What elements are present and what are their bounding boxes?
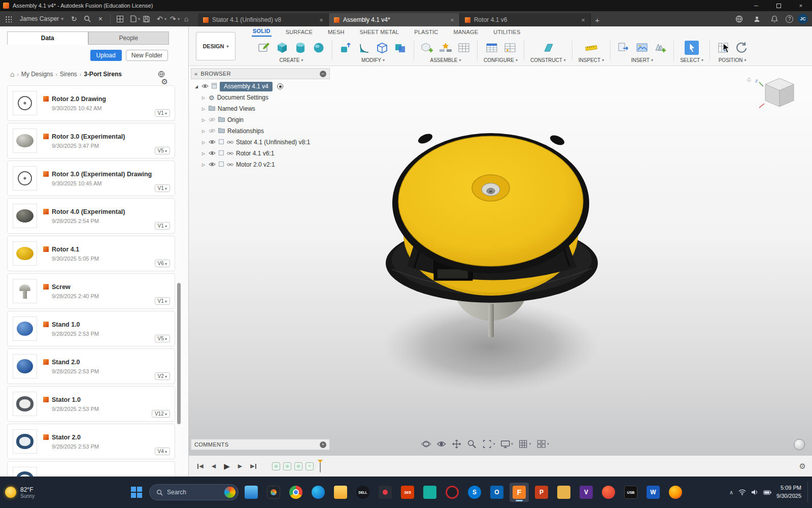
shell-icon[interactable] — [375, 41, 389, 55]
taskbar-app-word[interactable]: W — [644, 483, 663, 502]
volume-icon[interactable] — [751, 489, 758, 495]
profile-icon[interactable] — [750, 13, 763, 25]
version-badge[interactable]: V5 — [155, 147, 170, 154]
construct-plane-icon[interactable] — [541, 41, 555, 55]
joint-icon[interactable] — [438, 41, 453, 55]
select-tool-icon[interactable] — [685, 41, 699, 55]
modify-menu[interactable]: MODIFY — [361, 57, 385, 63]
sidebar-scrollbar[interactable] — [177, 283, 181, 424]
taskbar-app-folder[interactable] — [331, 483, 350, 502]
insert-menu[interactable]: INSERT — [631, 57, 653, 63]
visibility-eye-off-icon[interactable] — [209, 116, 216, 123]
notifications-bell-icon[interactable] — [768, 13, 781, 25]
assistant-button[interactable] — [794, 439, 805, 450]
expander-icon[interactable]: ▷ — [201, 96, 206, 100]
tab-utilities[interactable]: UTILITIES — [492, 28, 521, 37]
tab-sheet-metal[interactable]: SHEET METAL — [359, 28, 400, 37]
save-icon[interactable] — [140, 13, 153, 25]
create-sketch-icon[interactable] — [257, 41, 271, 55]
measure-icon[interactable] — [584, 41, 598, 55]
tab-surface[interactable]: SURFACE — [285, 28, 314, 37]
file-card-stator-10[interactable]: Stator 1.0 9/28/2025 2:53 PM V12 — [7, 386, 175, 422]
tree-row-named-views[interactable]: ▷ Named Views — [191, 103, 330, 114]
tab-close-icon[interactable]: × — [450, 16, 454, 24]
configuration-table-icon[interactable] — [503, 41, 517, 55]
start-button[interactable] — [127, 483, 146, 502]
taskbar-app-teal[interactable] — [420, 483, 439, 502]
help-icon[interactable]: ? — [786, 15, 793, 23]
viewport[interactable]: « BROWSER – ◢ Assembly 4.1 v4 — [189, 66, 812, 455]
timeline-play-button[interactable]: ▶ — [221, 461, 232, 472]
breadcrumb-my-designs[interactable]: My Designs — [21, 71, 53, 78]
user-avatar[interactable]: JC — [798, 14, 808, 24]
taskbar-app-files[interactable] — [554, 483, 573, 502]
construct-menu[interactable]: CONSTRUCT — [530, 57, 566, 63]
expander-icon[interactable]: ▷ — [201, 140, 206, 145]
file-card-rotor-30-drawing[interactable]: Rotor 3.0 (Experimental) Drawing 9/30/20… — [7, 161, 175, 196]
visibility-eye-icon[interactable] — [201, 83, 209, 90]
tab-mesh[interactable]: MESH — [327, 28, 346, 37]
version-badge[interactable]: V2 — [155, 372, 170, 380]
taskbar-app-firefox[interactable] — [666, 483, 685, 502]
minimize-button[interactable]: ─ — [745, 0, 767, 11]
hidden-icons-chevron[interactable]: ∧ — [729, 489, 733, 496]
timeline-feature-icon[interactable]: ⌗ — [306, 462, 314, 470]
tree-row-rotor-component[interactable]: ▷ Rotor 4.1 v6:1 — [191, 148, 330, 159]
expander-icon[interactable]: ▷ — [201, 107, 206, 111]
battery-icon[interactable] — [763, 490, 771, 495]
taskbar-search[interactable]: Search — [149, 484, 239, 500]
refresh-icon[interactable]: ↻ — [67, 13, 81, 25]
select-menu[interactable]: SELECT — [680, 57, 703, 63]
expander-icon[interactable]: ▷ — [201, 118, 206, 122]
expander-icon[interactable]: ▷ — [201, 129, 206, 134]
version-badge[interactable]: V1 — [155, 297, 170, 305]
file-card-stator-20[interactable]: Stator 2.0 9/28/2025 2:53 PM V4 — [7, 424, 175, 459]
taskbar-app-365[interactable]: 365 — [398, 483, 417, 502]
display-state-radio[interactable] — [277, 83, 283, 89]
insert-mesh-icon[interactable] — [653, 41, 667, 55]
taskbar-clock[interactable]: 5:09 PM 9/30/2025 — [776, 484, 801, 500]
revert-position-icon[interactable] — [734, 41, 749, 55]
bom-table-icon[interactable] — [457, 41, 471, 55]
home-tab-icon[interactable]: ⌂ — [180, 13, 193, 25]
configure-icon[interactable] — [485, 41, 499, 55]
tab-close-icon[interactable]: × — [319, 16, 323, 24]
expander-icon[interactable]: ▷ — [201, 163, 206, 167]
timeline-settings-gear-icon[interactable]: ⚙ — [799, 462, 806, 471]
tree-row-relationships[interactable]: ▷ Relationships — [191, 125, 330, 137]
file-card-screw[interactable]: Screw 9/28/2025 2:40 PM V1 — [7, 273, 175, 309]
timeline-step-forward-button[interactable]: ▶ — [234, 461, 246, 472]
tab-plastic[interactable]: PLASTIC — [413, 28, 439, 37]
new-tab-button[interactable]: + — [591, 13, 604, 26]
taskbar-app-media[interactable] — [376, 483, 395, 502]
fillet-icon[interactable] — [357, 41, 371, 55]
taskbar-app-usb[interactable]: USB — [621, 483, 640, 502]
copilot-icon[interactable] — [224, 487, 235, 498]
orbit-icon[interactable] — [421, 439, 431, 449]
job-status-icon[interactable] — [732, 13, 746, 25]
tab-manage[interactable]: MANAGE — [452, 28, 479, 37]
home-icon[interactable]: ⌂ — [10, 70, 14, 78]
visibility-eye-icon[interactable] — [209, 139, 216, 146]
comments-header[interactable]: COMMENTS + — [191, 439, 330, 450]
viewports-icon[interactable]: ▾ — [536, 439, 549, 449]
file-card-stand-20[interactable]: Stand 2.0 9/28/2025 2:53 PM V2 — [7, 348, 175, 384]
version-badge[interactable]: V12 — [152, 410, 170, 418]
timeline-skip-start-button[interactable]: ◀ — [195, 461, 206, 472]
tree-row-root[interactable]: ◢ Assembly 4.1 v4 — [191, 81, 330, 92]
taskbar-app-powerpoint[interactable]: P — [532, 483, 551, 502]
search-icon[interactable] — [81, 13, 94, 25]
tree-row-origin[interactable]: ▷ Origin — [191, 114, 330, 125]
wifi-icon[interactable] — [738, 489, 746, 495]
collapse-browser-icon[interactable]: « — [194, 71, 198, 77]
file-card-rotor-30[interactable]: Rotor 3.0 (Experimental) 9/30/2025 3:47 … — [7, 123, 175, 158]
workspace-selector[interactable]: DESIGN — [196, 32, 235, 60]
close-button[interactable]: × — [790, 0, 812, 11]
version-badge[interactable]: V1 — [155, 184, 170, 192]
timeline-feature-icon[interactable]: ◎ — [283, 462, 291, 470]
taskbar-weather-widget[interactable]: 82°F Sunny — [5, 486, 35, 499]
taskbar-app-skype[interactable]: S — [465, 483, 484, 502]
configure-menu[interactable]: CONFIGURE — [484, 57, 518, 63]
press-pull-icon[interactable] — [339, 41, 353, 55]
tree-row-motor-component[interactable]: ▷ Motor 2.0 v2:1 — [191, 159, 330, 170]
